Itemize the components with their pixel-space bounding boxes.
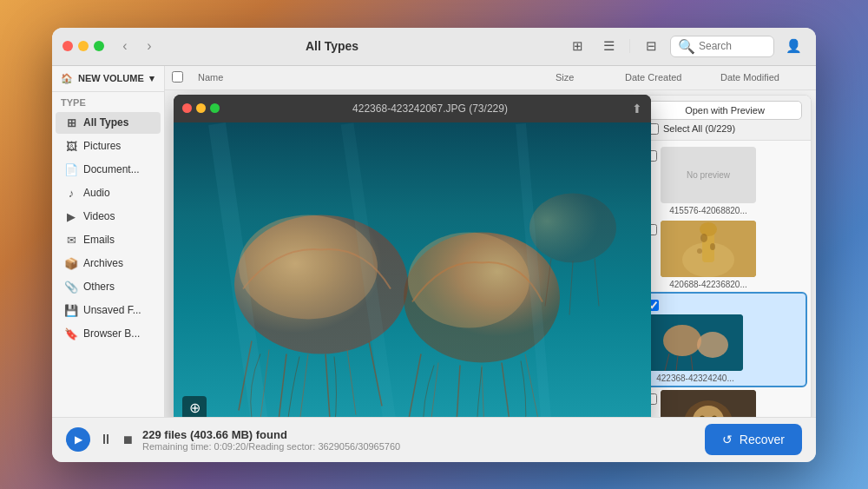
list-view-button[interactable]: ☰ <box>596 34 621 58</box>
play-button[interactable]: ▶ <box>66 427 90 452</box>
preview-share-button[interactable]: ⬆ <box>632 102 642 116</box>
list-item-selected[interactable]: 422368-42324240... <box>642 292 807 387</box>
preview-title: 422368-423242067.JPG (73/229) <box>228 102 632 115</box>
thumbnail-label: 422368-42324240... <box>656 373 734 383</box>
preview-maximize[interactable] <box>210 103 220 113</box>
svg-line-20 <box>595 258 599 306</box>
preview-close[interactable] <box>182 103 192 113</box>
videos-icon: ▶ <box>64 210 78 223</box>
sidebar-item-browser[interactable]: 🔖 Browser B... <box>56 323 161 345</box>
preview-image-area: ⊕ <box>174 122 651 417</box>
sidebar-item-pictures[interactable]: 🖼 Pictures <box>56 135 161 157</box>
file-list-panel: Open with Preview Select All (0/229) <box>638 95 812 417</box>
svg-point-28 <box>700 234 707 242</box>
sidebar-item-label: Unsaved F... <box>83 304 141 316</box>
sidebar-item-videos[interactable]: ▶ Videos <box>56 206 161 228</box>
traffic-lights <box>62 41 104 51</box>
search-box: 🔍 <box>670 36 774 57</box>
search-input[interactable] <box>699 40 768 52</box>
svg-point-32 <box>663 325 701 356</box>
chevron-down-icon: ▾ <box>149 73 155 84</box>
status-sub-text: Remaining time: 0:09:20/Reading sector: … <box>142 441 400 452</box>
unsaved-icon: 💾 <box>64 304 78 317</box>
preview-image <box>174 122 651 417</box>
sidebar-type-header: Type <box>52 92 164 111</box>
sidebar-item-archives[interactable]: 📦 Archives <box>56 253 161 274</box>
filter-button[interactable]: ⊟ <box>639 34 663 58</box>
svg-line-14 <box>482 365 484 417</box>
user-icon-button[interactable]: 👤 <box>781 34 806 58</box>
sidebar: 🏠 NEW VOLUME ▾ Type ⊞ All Types 🖼 Pictur… <box>52 66 165 417</box>
svg-line-13 <box>456 365 460 417</box>
open-preview-button[interactable]: Open with Preview <box>648 101 802 120</box>
file-area: Name Size Date Created Date Modified <box>165 66 816 417</box>
svg-point-17 <box>529 193 616 262</box>
minimize-button[interactable] <box>78 41 89 51</box>
list-item: 423248-43159800... <box>642 387 807 417</box>
status-bar: ▶ ⏸ ⏹ 229 files (403.66 MB) found Remain… <box>52 417 816 462</box>
svg-point-29 <box>710 243 715 250</box>
archives-icon: 📦 <box>64 257 78 270</box>
sidebar-item-label: Videos <box>83 210 115 222</box>
sidebar-item-emails[interactable]: ✉ Emails <box>56 229 161 251</box>
preview-window: 422368-423242067.JPG (73/229) ⬆ <box>174 95 651 417</box>
preview-traffic-lights <box>182 103 220 113</box>
select-all-label: Select All (0/229) <box>663 123 735 134</box>
close-button[interactable] <box>62 41 73 51</box>
pictures-icon: 🖼 <box>64 140 78 153</box>
thumbnail-label: 415576-42068820... <box>669 206 747 215</box>
pause-button[interactable]: ⏸ <box>99 432 113 447</box>
sidebar-item-others[interactable]: 📎 Others <box>56 276 161 298</box>
grid-view-button[interactable]: ⊞ <box>565 34 589 58</box>
sidebar-item-label: Audio <box>83 187 110 199</box>
svg-line-15 <box>502 362 510 417</box>
column-name: Name <box>191 72 549 83</box>
sidebar-item-label: Emails <box>83 234 115 246</box>
status-left: ▶ ⏸ ⏹ 229 files (403.66 MB) found Remain… <box>66 427 400 452</box>
recover-icon: ↺ <box>722 433 733 446</box>
svg-point-27 <box>700 222 717 236</box>
main-recover-button[interactable]: ↺ Recover <box>705 424 802 455</box>
select-all-row: Select All (0/229) <box>648 123 802 135</box>
search-icon: 🔍 <box>678 38 695 55</box>
content-area: 422368-423242067.JPG (73/229) ⬆ <box>165 90 816 417</box>
svg-line-12 <box>430 362 438 417</box>
documents-icon: 📄 <box>64 163 78 176</box>
sidebar-item-unsaved[interactable]: 💾 Unsaved F... <box>56 300 161 321</box>
window-title: All Types <box>99 39 565 53</box>
svg-line-11 <box>408 354 421 417</box>
file-list-header: Open with Preview Select All (0/229) <box>639 96 811 141</box>
list-item: 420688-42236820... <box>642 218 807 292</box>
select-all-checkbox-header[interactable] <box>172 71 183 83</box>
thumbnail-image <box>648 314 743 371</box>
sidebar-item-audio[interactable]: ♪ Audio <box>56 182 161 204</box>
emails-icon: ✉ <box>64 234 78 247</box>
home-icon: 🏠 <box>61 73 73 84</box>
column-size: Size <box>549 72 618 83</box>
sidebar-item-documents[interactable]: 📄 Document... <box>56 159 161 181</box>
preview-minimize[interactable] <box>196 103 206 113</box>
sidebar-item-label: Pictures <box>83 140 121 152</box>
volume-label: NEW VOLUME <box>78 73 144 83</box>
column-date-modified: Date Modified <box>713 72 809 83</box>
main-content: 🏠 NEW VOLUME ▾ Type ⊞ All Types 🖼 Pictur… <box>52 66 816 417</box>
sidebar-item-label: All Types <box>83 116 128 129</box>
sidebar-item-all-types[interactable]: ⊞ All Types <box>56 112 161 134</box>
file-thumbnail-list: No preview 415576-42068820... <box>639 141 811 417</box>
preview-title-bar: 422368-423242067.JPG (73/229) ⬆ <box>174 95 651 122</box>
zoom-button[interactable]: ⊕ <box>182 396 207 417</box>
sidebar-item-label: Archives <box>83 257 123 269</box>
column-date-created: Date Created <box>618 72 713 83</box>
title-bar: ‹ › All Types ⊞ ☰ ⊟ 🔍 👤 <box>52 28 816 66</box>
volume-selector[interactable]: 🏠 NEW VOLUME ▾ <box>52 66 164 92</box>
all-types-icon: ⊞ <box>64 116 78 129</box>
thumbnail-image <box>661 221 756 277</box>
thumbnail-label: 420688-42236820... <box>669 280 747 289</box>
sidebar-item-label: Others <box>83 281 115 293</box>
thumbnail-image: No preview <box>661 147 756 203</box>
svg-line-4 <box>278 354 286 417</box>
svg-line-6 <box>326 354 330 417</box>
others-icon: 📎 <box>64 281 78 294</box>
divider <box>629 39 630 53</box>
stop-button[interactable]: ⏹ <box>122 433 134 446</box>
